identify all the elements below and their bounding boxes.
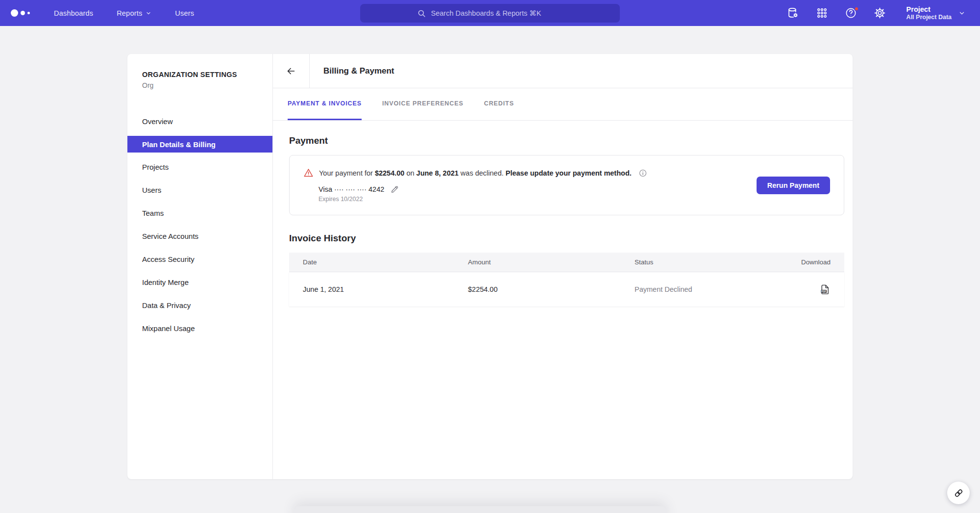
sidebar-item-projects[interactable]: Projects: [127, 155, 272, 179]
project-switcher[interactable]: Project All Project Data: [906, 5, 965, 22]
payment-card-left: Your payment for $2254.00 on June 8, 202…: [303, 168, 647, 203]
data-management-icon[interactable]: [787, 7, 800, 20]
sidebar-item-identity-merge[interactable]: Identity Merge: [127, 271, 272, 294]
billing-tabs: PAYMENT & INVOICES INVOICE PREFERENCES C…: [273, 88, 853, 121]
nav-menu: Dashboards Reports Users: [54, 9, 194, 17]
invoice-table-header: Date Amount Status Download: [289, 253, 844, 272]
project-label: Project: [906, 5, 952, 14]
page-header: Billing & Payment: [273, 54, 853, 88]
payment-card: Your payment for $2254.00 on June 8, 202…: [289, 155, 844, 215]
search-input[interactable]: [431, 9, 564, 17]
tab-invoice-preferences[interactable]: INVOICE PREFERENCES: [382, 88, 464, 120]
project-value: All Project Data: [906, 14, 952, 22]
download-pdf-icon[interactable]: PDF: [819, 284, 831, 295]
mixpanel-logo[interactable]: [11, 9, 36, 17]
invoice-table: Date Amount Status Download June 1, 2021…: [289, 253, 844, 307]
column-date: Date: [303, 258, 468, 266]
nav-item-users[interactable]: Users: [175, 9, 194, 17]
sidebar-item-plan-details-billing[interactable]: Plan Details & Billing: [127, 136, 272, 153]
payment-heading: Payment: [289, 135, 844, 146]
sidebar-item-access-security[interactable]: Access Security: [127, 248, 272, 271]
top-nav: Dashboards Reports Users: [0, 0, 980, 26]
invoice-history-heading: Invoice History: [289, 233, 844, 244]
invoice-row: June 1, 2021 $2254.00 Payment Declined P…: [289, 272, 844, 307]
share-link-fab[interactable]: [947, 482, 970, 504]
org-settings-sidebar: ORGANIZATION SETTINGS Org Overview Plan …: [127, 54, 273, 479]
invoice-amount: $2254.00: [468, 285, 635, 293]
chevron-down-icon: [958, 10, 965, 17]
nav-item-label: Users: [175, 9, 194, 17]
column-download: Download: [801, 258, 831, 266]
chevron-down-icon: [146, 10, 151, 16]
nav-item-dashboards[interactable]: Dashboards: [54, 9, 93, 17]
svg-text:PDF: PDF: [821, 289, 826, 292]
global-search[interactable]: [360, 4, 620, 23]
nav-item-label: Dashboards: [54, 9, 93, 17]
sidebar-item-data-privacy[interactable]: Data & Privacy: [127, 294, 272, 317]
project-text: Project All Project Data: [906, 5, 952, 22]
invoice-status: Payment Declined: [635, 285, 801, 293]
page-title: Billing & Payment: [310, 54, 394, 88]
card-number: Visa ···· ···· ···· 4242: [318, 185, 384, 193]
link-icon: [953, 487, 964, 499]
sidebar-title: ORGANIZATION SETTINGS: [142, 71, 258, 78]
search-icon: [417, 9, 426, 18]
nav-item-label: Reports: [117, 9, 142, 17]
org-name: Org: [142, 81, 258, 89]
info-icon[interactable]: [638, 169, 647, 178]
settings-gear-icon[interactable]: [874, 7, 886, 20]
payment-method: Visa ···· ···· ···· 4242: [318, 184, 647, 194]
nav-item-reports[interactable]: Reports: [117, 9, 151, 17]
app-root: Dashboards Reports Users: [0, 0, 980, 513]
sidebar-item-service-accounts[interactable]: Service Accounts: [127, 225, 272, 248]
sidebar-menu: Overview Plan Details & Billing Projects…: [127, 110, 272, 340]
alert-text: Your payment for $2254.00 on June 8, 202…: [319, 169, 632, 177]
nav-right-cluster: Project All Project Data: [787, 0, 965, 26]
sidebar-item-users[interactable]: Users: [127, 179, 272, 202]
billing-content: Payment Your payment for $2254.00 on Jun…: [273, 121, 853, 307]
logo-dot: [21, 11, 25, 15]
invoice-date: June 1, 2021: [303, 285, 468, 293]
payment-declined-alert: Your payment for $2254.00 on June 8, 202…: [303, 168, 647, 178]
billing-main: Billing & Payment PAYMENT & INVOICES INV…: [273, 54, 853, 479]
logo-dot: [27, 12, 30, 14]
sidebar-item-overview[interactable]: Overview: [127, 110, 272, 133]
tab-credits[interactable]: CREDITS: [484, 88, 514, 120]
back-button[interactable]: [273, 54, 310, 88]
sidebar-item-mixpanel-usage[interactable]: Mixpanel Usage: [127, 317, 272, 340]
rerun-payment-button[interactable]: Rerun Payment: [757, 177, 830, 194]
notification-badge: [854, 6, 859, 11]
apps-grid-icon[interactable]: [816, 7, 829, 20]
warning-icon: [303, 168, 314, 178]
edit-payment-icon[interactable]: [390, 184, 399, 194]
bottom-peek-card: [294, 506, 666, 513]
column-amount: Amount: [468, 258, 635, 266]
help-icon[interactable]: [845, 7, 858, 20]
invoice-download-cell: PDF: [801, 284, 831, 295]
settings-panel: ORGANIZATION SETTINGS Org Overview Plan …: [127, 54, 853, 479]
card-expiry: Expires 10/2022: [318, 196, 647, 203]
tab-payment-invoices[interactable]: PAYMENT & INVOICES: [288, 88, 362, 120]
logo-dot: [11, 9, 18, 17]
column-status: Status: [635, 258, 801, 266]
sidebar-item-teams[interactable]: Teams: [127, 202, 272, 225]
